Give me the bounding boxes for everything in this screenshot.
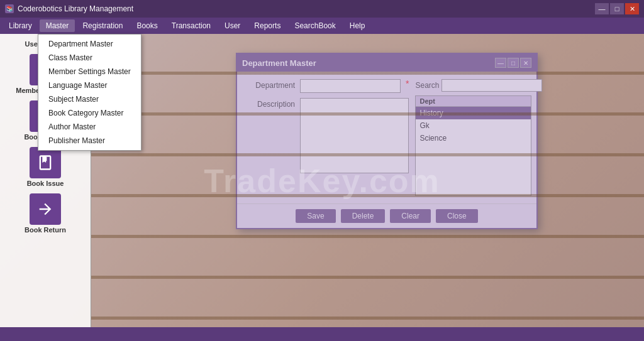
dropdown-item-language[interactable]: Language Master xyxy=(38,78,141,92)
dropdown-item-author[interactable]: Author Master xyxy=(38,120,141,134)
status-bar xyxy=(0,327,644,341)
sidebar-book-issue-section: Book Issue xyxy=(0,147,91,190)
title-bar: 📚 Coderobotics Library Management — □ ✕ xyxy=(0,0,644,18)
menu-user[interactable]: User xyxy=(218,19,247,32)
app-icon: 📚 xyxy=(5,4,14,13)
menu-books[interactable]: Books xyxy=(130,19,164,32)
master-dropdown: Department Master Class Master Member Se… xyxy=(38,34,142,151)
dropdown-item-subject[interactable]: Subject Master xyxy=(38,92,141,106)
menu-bar: Library Master Registration Books Transa… xyxy=(0,18,644,34)
book-issue-icon xyxy=(36,154,54,171)
maximize-button[interactable]: □ xyxy=(610,3,624,14)
menu-registration[interactable]: Registration xyxy=(76,19,129,32)
title-bar-left: 📚 Coderobotics Library Management xyxy=(5,4,133,13)
menu-reports[interactable]: Reports xyxy=(248,19,287,32)
dropdown-item-book-category[interactable]: Book Category Master xyxy=(38,106,141,120)
dropdown-item-publisher[interactable]: Publisher Master xyxy=(38,134,141,148)
close-button[interactable]: ✕ xyxy=(625,3,639,14)
app-title: Coderobotics Library Management xyxy=(18,4,133,13)
menu-transaction[interactable]: Transaction xyxy=(165,19,217,32)
content-area: Department Master — □ ✕ Department * xyxy=(91,34,644,327)
sidebar-book-return-section: Book Return xyxy=(0,193,91,236)
book-return-label: Book Return xyxy=(25,226,66,234)
menu-searchbook[interactable]: SearchBook xyxy=(288,19,341,32)
dropdown-item-member-settings[interactable]: Member Settings Master xyxy=(38,65,141,78)
menu-library[interactable]: Library xyxy=(3,19,38,32)
dropdown-item-class[interactable]: Class Master xyxy=(38,51,141,65)
book-issue-label: Book Issue xyxy=(27,180,64,187)
menu-master[interactable]: Master xyxy=(40,19,75,32)
book-return-icon-box[interactable] xyxy=(30,193,61,225)
minimize-button[interactable]: — xyxy=(595,3,609,14)
book-issue-icon-box[interactable] xyxy=(30,147,61,178)
shelf-bg xyxy=(91,34,644,327)
dropdown-item-dept[interactable]: Department Master xyxy=(38,37,141,51)
menu-help[interactable]: Help xyxy=(343,19,372,32)
title-bar-controls: — □ ✕ xyxy=(595,3,639,14)
book-return-icon xyxy=(36,200,54,218)
